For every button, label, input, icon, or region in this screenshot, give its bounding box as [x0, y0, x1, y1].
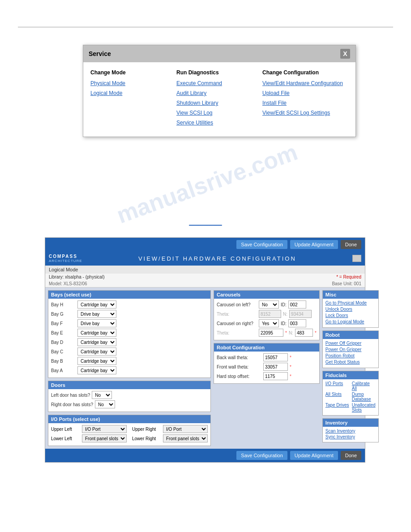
right-door-select[interactable]: NoYes [95, 400, 115, 408]
position-robot-link[interactable]: Position Robot [325, 353, 376, 358]
hw-subheader: Logical Mode [45, 266, 365, 274]
carousel-left-select[interactable]: NoYes [259, 300, 279, 309]
carousel-right-id-label: ID: [281, 321, 287, 326]
hw-model-right: Base Unit: 001 [332, 281, 361, 286]
fiducials-row-3: Tape Drives Unallocated Slots [325, 403, 376, 412]
power-on-gripper-link[interactable]: Power On Gripper [325, 347, 376, 352]
fiducials-body: I/O Ports Calibrate All All Slots Dump D… [323, 379, 378, 415]
done-button-top[interactable]: Done [341, 240, 361, 249]
calibrate-all-link[interactable]: Calibrate All [352, 381, 376, 391]
carousel-right-n-input[interactable] [295, 329, 313, 337]
io-ports-fiducials-link[interactable]: I/O Ports [325, 381, 350, 391]
lower-left-select[interactable]: Front panel slotsI/O Port [82, 434, 127, 442]
lower-right-select[interactable]: Front panel slotsI/O Port [163, 434, 208, 442]
tape-drives-link[interactable]: Tape Drives [325, 403, 350, 412]
lock-doors-link[interactable]: Lock Doors [325, 313, 376, 318]
bay-d-label: Bay D [51, 340, 76, 345]
goto-physical-mode-link[interactable]: Go to Physical Mode [325, 300, 376, 305]
carousel-left-id-input[interactable] [288, 300, 306, 309]
carousel-right-select[interactable]: YesNo [259, 319, 279, 327]
service-utilities-link[interactable]: Service Utilities [176, 120, 258, 126]
bay-d-row: Bay D Cartridge bayDrive bay [51, 338, 208, 346]
watermark: manualsrive.com [113, 138, 301, 229]
unlock-doors-link[interactable]: Unlock Doors [325, 307, 376, 312]
install-file-link[interactable]: Install File [262, 100, 344, 106]
io-upper-row: Upper Left I/O PortFront panel slots Upp… [51, 425, 208, 433]
back-wall-theta-row: Back wall theta: * [217, 353, 317, 361]
robot-config-section: Robot Configuration Back wall theta: * F… [214, 343, 320, 384]
upload-file-link[interactable]: Upload File [262, 90, 344, 96]
carousel-right-row: Carousel on right? YesNo ID: [217, 319, 317, 327]
hw-config-panel: Save Configuration Update Alignment Done… [45, 237, 365, 463]
bay-f-select[interactable]: Drive bayCartridge bay [77, 319, 116, 327]
run-diagnostics-column: Run Diagnostics Execute Command Audit Li… [176, 69, 262, 129]
bay-b-select[interactable]: Cartridge bayDrive bay [77, 357, 116, 365]
bay-f-label: Bay F [51, 321, 76, 326]
bay-e-label: Bay E [51, 330, 76, 335]
view-edit-scsi-link[interactable]: View/Edit SCSI Log Settings [262, 110, 344, 116]
center-link[interactable]: ___________ [189, 219, 222, 226]
change-config-column: Change Configuration View/Edit Hardware … [262, 69, 348, 129]
io-lower-row: Lower Left Front panel slotsI/O Port Low… [51, 434, 208, 442]
bay-e-select[interactable]: Cartridge bayDrive bay [77, 329, 116, 337]
carousel-right-id-input[interactable] [288, 319, 306, 327]
center-link-area: ___________ [0, 219, 411, 226]
change-mode-column: Change Mode Physical Mode Logical Mode [90, 69, 176, 129]
back-wall-theta-label: Back wall theta: [217, 355, 261, 360]
robot-config-body: Back wall theta: * Front wall theta: * H… [214, 352, 319, 383]
scan-inventory-link[interactable]: Scan Inventory [325, 429, 376, 433]
back-wall-theta-input[interactable] [263, 353, 288, 361]
carousel-left-theta-label: Theta: [217, 312, 257, 317]
carousel-right-question: Carousel on right? [217, 321, 257, 326]
update-alignment-button-bottom[interactable]: Update Alignment [290, 451, 338, 460]
save-config-button-bottom[interactable]: Save Configuration [236, 451, 287, 460]
io-ports-section: I/O Ports (select use) Upper Left I/O Po… [48, 415, 211, 446]
dump-database-link[interactable]: Dump Database [352, 392, 376, 402]
doors-body: Left door has slots? NoYes Right door ha… [48, 389, 210, 412]
upper-left-select[interactable]: I/O PortFront panel slots [82, 425, 127, 433]
power-off-gripper-link[interactable]: Power Off Gripper [325, 341, 376, 346]
logical-mode-link[interactable]: Logical Mode [90, 90, 172, 96]
hw-logo: COMPASS ARCHITECTURE [49, 254, 82, 263]
bay-h-select[interactable]: Cartridge bayDrive bay [77, 300, 116, 309]
front-wall-theta-input[interactable] [263, 363, 288, 371]
unallocated-slots-link[interactable]: Unallocated Slots [352, 403, 376, 412]
robot-config-header: Robot Configuration [214, 343, 319, 352]
execute-command-link[interactable]: Execute Command [176, 80, 258, 86]
all-slots-link[interactable]: All Slots [325, 392, 350, 402]
carousel-left-theta-input[interactable] [259, 310, 281, 318]
back-wall-theta-star: * [290, 355, 291, 360]
bay-a-select[interactable]: Cartridge bayDrive bay [77, 366, 116, 374]
change-mode-header: Change Mode [90, 69, 172, 76]
bay-h-label: Bay H [51, 302, 76, 307]
bay-g-select[interactable]: Drive bayCartridge bay [77, 310, 116, 318]
upper-right-label: Upper Right [132, 427, 161, 432]
service-modal-body: Change Mode Physical Mode Logical Mode R… [83, 62, 355, 137]
sync-inventory-link[interactable]: Sync Inventory [325, 434, 376, 439]
shutdown-library-link[interactable]: Shutdown Library [176, 100, 258, 106]
carousel-right-n-star: * [315, 330, 317, 335]
done-button-bottom[interactable]: Done [341, 451, 361, 460]
get-robot-status-link[interactable]: Get Robot Status [325, 360, 376, 365]
goto-logical-mode-link[interactable]: Go to Logical Mode [325, 319, 376, 324]
hw-info-row: Library: xlsalpha - (physical) * = Requi… [45, 274, 365, 280]
view-edit-hw-link[interactable]: View/Edit Hardware Configuration [262, 80, 344, 86]
audit-library-link[interactable]: Audit Library [176, 90, 258, 96]
carousel-left-id-label: ID: [281, 302, 287, 307]
update-alignment-button-top[interactable]: Update Alignment [290, 240, 338, 249]
bay-c-select[interactable]: Cartridge bayDrive bay [77, 348, 116, 356]
bay-d-select[interactable]: Cartridge bayDrive bay [77, 338, 116, 346]
hard-stop-offset-input[interactable] [263, 372, 288, 380]
upper-right-select[interactable]: I/O PortFront panel slots [163, 425, 208, 433]
bay-e-row: Bay E Cartridge bayDrive bay [51, 329, 208, 337]
left-door-select[interactable]: NoYes [92, 391, 112, 399]
carousel-left-n-input[interactable] [289, 310, 312, 318]
save-config-button-top[interactable]: Save Configuration [236, 240, 287, 249]
view-scsi-log-link[interactable]: View SCSI Log [176, 110, 258, 116]
bay-b-row: Bay B Cartridge bayDrive bay [51, 357, 208, 365]
carousel-right-theta-input[interactable] [259, 329, 283, 337]
service-close-button[interactable]: X [340, 49, 350, 59]
physical-mode-link[interactable]: Physical Mode [90, 80, 172, 86]
bay-b-label: Bay B [51, 359, 76, 364]
fiducials-row-2: All Slots Dump Database [325, 392, 376, 402]
